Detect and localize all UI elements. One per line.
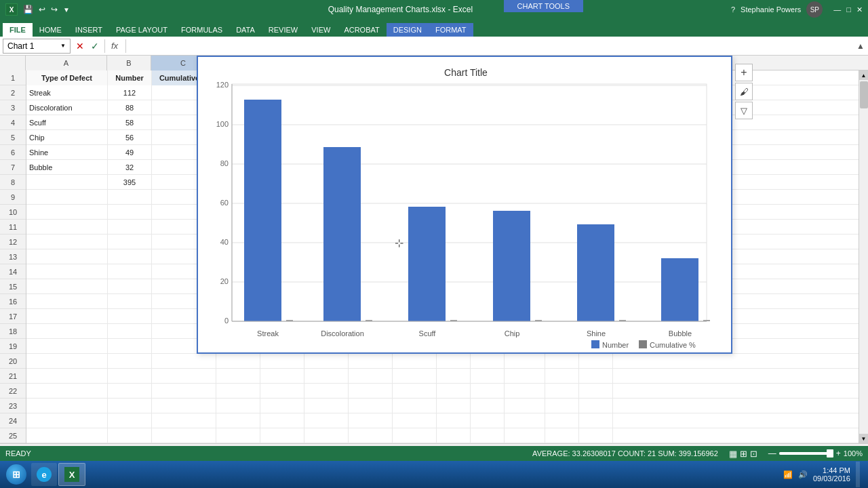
cell-6-0[interactable]: Shine xyxy=(26,145,108,160)
cell-8-1[interactable]: 395 xyxy=(108,175,152,190)
page-layout-icon[interactable]: ⊞ xyxy=(740,449,747,459)
cell-8-0[interactable] xyxy=(26,175,108,190)
network-icon[interactable]: 📶 xyxy=(783,470,793,479)
cell-4-1[interactable]: 58 xyxy=(108,115,152,130)
cell-15-1[interactable] xyxy=(108,279,152,294)
cell-21-4[interactable] xyxy=(260,369,304,384)
zoom-out-btn[interactable]: — xyxy=(768,449,776,458)
cell-7-1[interactable]: 32 xyxy=(108,160,152,175)
tab-design[interactable]: DESIGN xyxy=(387,23,429,37)
cell-14-0[interactable] xyxy=(26,264,108,279)
cell-21-7[interactable] xyxy=(393,369,437,384)
cell-17-1[interactable] xyxy=(108,309,152,324)
cell-22-8[interactable] xyxy=(437,384,471,399)
tab-data[interactable]: DATA xyxy=(229,23,262,37)
cell-23-1[interactable] xyxy=(108,399,152,413)
cell-20-3[interactable] xyxy=(216,354,260,369)
cell-21-8[interactable] xyxy=(437,369,471,384)
cell-23-0[interactable] xyxy=(26,399,108,413)
cell-25-1[interactable] xyxy=(108,428,152,443)
tab-format[interactable]: FORMAT xyxy=(429,23,473,37)
function-icon[interactable]: fx xyxy=(108,39,121,53)
cell-23-10[interactable] xyxy=(505,399,545,413)
cell-24-6[interactable] xyxy=(349,413,393,428)
cell-25-3[interactable] xyxy=(216,428,260,443)
start-button[interactable]: ⊞ xyxy=(3,462,30,487)
cell-20-9[interactable] xyxy=(471,354,505,369)
cell-12-1[interactable] xyxy=(108,235,152,249)
cell-23-8[interactable] xyxy=(437,399,471,413)
cell-24-4[interactable] xyxy=(260,413,304,428)
cell-21-3[interactable] xyxy=(216,369,260,384)
cell-22-4[interactable] xyxy=(260,384,304,399)
cell-1-1[interactable]: Number xyxy=(108,70,152,85)
cell-24-5[interactable] xyxy=(304,413,349,428)
show-desktop-btn[interactable] xyxy=(856,462,860,487)
cell-24-0[interactable] xyxy=(26,413,108,428)
cell-6-1[interactable]: 49 xyxy=(108,145,152,160)
cell-11-0[interactable] xyxy=(26,220,108,235)
tab-insert[interactable]: INSERT xyxy=(68,23,109,37)
excel-taskbar-btn[interactable]: X xyxy=(58,463,85,486)
close-btn[interactable]: ✕ xyxy=(856,5,863,14)
cell-18-1[interactable] xyxy=(108,324,152,339)
tab-home[interactable]: HOME xyxy=(33,23,68,37)
cell-21-6[interactable] xyxy=(349,369,393,384)
cell-21-2[interactable] xyxy=(152,369,216,384)
cell-7-0[interactable]: Bubble xyxy=(26,160,108,175)
cell-19-1[interactable] xyxy=(108,339,152,354)
redo-icon[interactable]: ↪ xyxy=(51,5,58,14)
zoom-thumb[interactable] xyxy=(827,449,833,458)
cell-11-1[interactable] xyxy=(108,220,152,235)
maximize-btn[interactable]: □ xyxy=(846,5,851,14)
zoom-in-btn[interactable]: + xyxy=(836,449,841,458)
add-chart-element-btn[interactable]: + xyxy=(735,64,753,81)
cell-24-1[interactable] xyxy=(108,413,152,428)
cell-23-3[interactable] xyxy=(216,399,260,413)
minimize-btn[interactable]: — xyxy=(833,5,841,14)
cell-25-9[interactable] xyxy=(471,428,505,443)
cell-24-9[interactable] xyxy=(471,413,505,428)
cell-24-10[interactable] xyxy=(505,413,545,428)
cell-21-1[interactable] xyxy=(108,369,152,384)
cell-5-0[interactable]: Chip xyxy=(26,130,108,145)
cell-20-12[interactable] xyxy=(579,354,613,369)
cell-23-11[interactable] xyxy=(545,399,579,413)
cell-16-1[interactable] xyxy=(108,294,152,309)
cell-20-10[interactable] xyxy=(505,354,545,369)
cell-25-8[interactable] xyxy=(437,428,471,443)
cell-23-4[interactable] xyxy=(260,399,304,413)
formula-bar-expand-icon[interactable]: ▲ xyxy=(856,41,865,51)
cell-25-4[interactable] xyxy=(260,428,304,443)
page-break-icon[interactable]: ⊡ xyxy=(750,449,757,459)
col-header-A[interactable]: A xyxy=(26,56,107,70)
cell-3-1[interactable]: 88 xyxy=(108,100,152,115)
cell-2-0[interactable]: Streak xyxy=(26,85,108,100)
scroll-track[interactable] xyxy=(859,80,868,434)
tab-view[interactable]: VIEW xyxy=(304,23,337,37)
cell-23-9[interactable] xyxy=(471,399,505,413)
cell-18-0[interactable] xyxy=(26,324,108,339)
cell-16-0[interactable] xyxy=(26,294,108,309)
cell-20-0[interactable] xyxy=(26,354,108,369)
cell-20-5[interactable] xyxy=(304,354,349,369)
cell-10-1[interactable] xyxy=(108,205,152,220)
cell-22-2[interactable] xyxy=(152,384,216,399)
cell-20-8[interactable] xyxy=(437,354,471,369)
cell-22-7[interactable] xyxy=(393,384,437,399)
cell-3-0[interactable]: Discoloration xyxy=(26,100,108,115)
cell-21-11[interactable] xyxy=(545,369,579,384)
formula-input[interactable] xyxy=(130,40,853,52)
cell-24-2[interactable] xyxy=(152,413,216,428)
save-icon[interactable]: 💾 xyxy=(23,5,33,14)
cell-21-0[interactable] xyxy=(26,369,108,384)
cell-20-11[interactable] xyxy=(545,354,579,369)
cell-24-12[interactable] xyxy=(579,413,613,428)
cell-1-0[interactable]: Type of Defect xyxy=(26,70,108,85)
cell-14-1[interactable] xyxy=(108,264,152,279)
formula-cancel-icon[interactable]: ✕ xyxy=(73,39,87,53)
undo-icon[interactable]: ↩ xyxy=(39,5,45,14)
cell-25-5[interactable] xyxy=(304,428,349,443)
scroll-thumb[interactable] xyxy=(860,81,868,108)
tab-formulas[interactable]: FORMULAS xyxy=(174,23,229,37)
